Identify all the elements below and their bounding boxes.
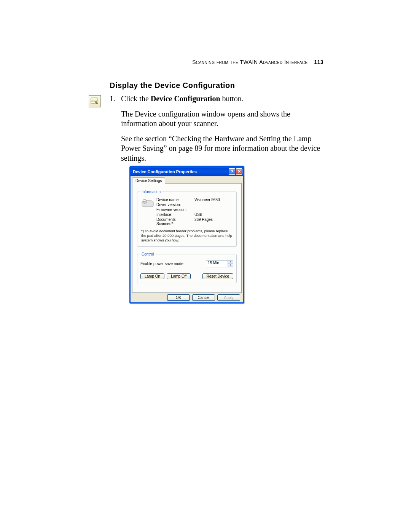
ok-button[interactable]: OK [167, 294, 190, 301]
device-config-icon [89, 95, 101, 107]
step-number: 1. [110, 94, 121, 104]
titlebar-close-button[interactable]: ✕ [236, 168, 242, 175]
page-number: 113 [314, 59, 323, 65]
device-name-value: Visioneer 9650 [194, 198, 233, 202]
scanner-icon [140, 198, 154, 208]
control-legend: Control [140, 252, 155, 256]
interface-value: USB [194, 212, 233, 217]
tab-device-settings[interactable]: Device Settings [132, 177, 165, 184]
running-head-text: Scanning from the TWAIN Advanced Interfa… [192, 59, 308, 65]
dialog-title: Device Configuration Properties [133, 169, 197, 174]
information-legend: Information [140, 190, 162, 194]
step-text-suffix: button. [220, 94, 244, 103]
paragraph-1: The Device configuration window opens an… [121, 109, 325, 129]
power-save-value: 15 Min [206, 260, 228, 267]
paragraph-2: See the section “Checking the Hardware a… [121, 134, 325, 163]
device-config-dialog: Device Configuration Properties ? ✕ Devi… [129, 166, 244, 304]
step-text-prefix: Click the [121, 94, 151, 103]
step-bold: Device Configuration [151, 94, 220, 103]
svg-rect-0 [91, 98, 98, 104]
tabstrip: Device Settings [132, 177, 242, 184]
dialog-button-row: OK Cancel Apply [132, 293, 242, 301]
driver-version-label: Driver version: [156, 203, 193, 207]
firmware-version-label: Firmware version: [156, 208, 193, 212]
lamp-on-button[interactable]: Lamp On [140, 273, 164, 279]
docs-scanned-value: 269 Pages [194, 217, 233, 222]
power-save-label: Enable power save mode [140, 262, 183, 266]
dialog-titlebar[interactable]: Device Configuration Properties ? ✕ [131, 167, 243, 176]
power-save-spinner[interactable]: 15 Min ▲ ▼ [206, 260, 233, 267]
cancel-button[interactable]: Cancel [192, 294, 215, 301]
dialog-body: Device Settings Information Device n [131, 176, 243, 302]
help-icon: ? [231, 169, 233, 174]
reset-device-button[interactable]: Reset Device [202, 273, 233, 279]
docs-scanned-label: Documents Scanned*: [156, 217, 193, 226]
document-page: Scanning from the TWAIN Advanced Interfa… [0, 0, 411, 532]
close-icon: ✕ [237, 169, 241, 174]
info-footnote: *) To avoid document feeder problems, pl… [140, 229, 233, 243]
information-group: Information Device name: Visioneer 9650 … [137, 190, 237, 247]
spinner-down-icon[interactable]: ▼ [228, 264, 233, 267]
lamp-off-button[interactable]: Lamp Off [167, 273, 191, 279]
spinner-up-icon[interactable]: ▲ [228, 260, 233, 264]
body-text: 1. Click the Device Configuration button… [110, 94, 325, 169]
interface-label: Interface: [156, 212, 193, 217]
control-group: Control Enable power save mode 15 Min ▲ … [137, 252, 237, 283]
device-name-label: Device name: [156, 198, 193, 202]
section-heading: Display the Device Configuration [110, 81, 235, 90]
running-header: Scanning from the TWAIN Advanced Interfa… [192, 59, 323, 65]
titlebar-help-button[interactable]: ? [229, 168, 235, 175]
tab-panel: Information Device name: Visioneer 9650 … [132, 183, 242, 293]
apply-button: Apply [217, 294, 240, 301]
step-1: 1. Click the Device Configuration button… [110, 94, 325, 104]
